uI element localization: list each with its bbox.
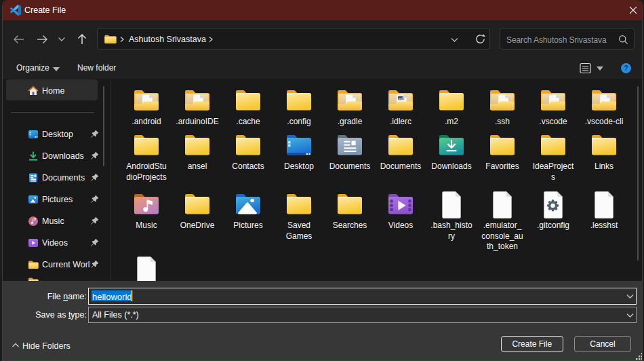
svg-text:?: ? [624, 64, 628, 72]
